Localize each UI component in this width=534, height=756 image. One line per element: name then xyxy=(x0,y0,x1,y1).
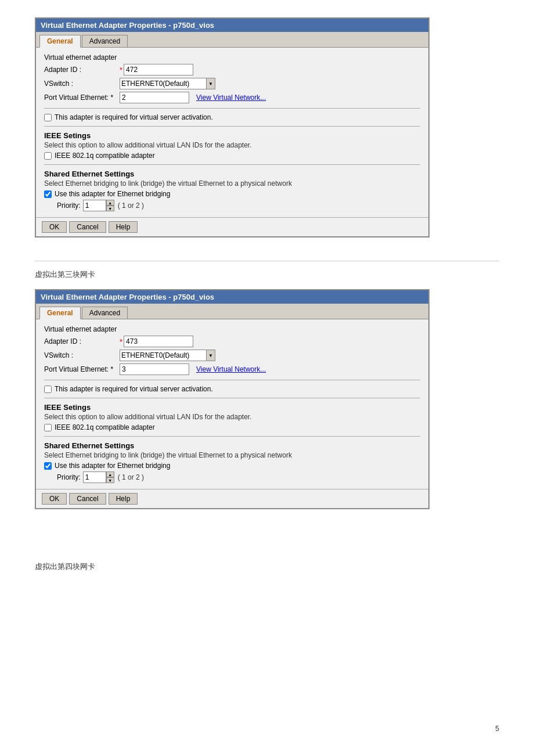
dialog-2-title: Virtual Ethernet Adapter Properties - p7… xyxy=(41,293,214,301)
ieee-section-title-1: IEEE Setings xyxy=(44,131,420,140)
port-label-1: Port Virtual Ethernet: * xyxy=(44,93,120,102)
tab-general-1[interactable]: General xyxy=(39,35,81,48)
vswitch-select-arrow-2[interactable]: ▼ xyxy=(206,350,215,361)
priority-note-2: ( 1 or 2 ) xyxy=(118,473,144,481)
vswitch-label-1: VSwitch : xyxy=(44,80,120,88)
ieee-checkbox-label-2: IEEE 802.1q compatible adapter xyxy=(55,423,155,431)
tab-general-2[interactable]: General xyxy=(39,307,81,319)
ieee-checkbox-1[interactable] xyxy=(44,152,52,160)
priority-input-1[interactable] xyxy=(83,200,106,211)
help-btn-2[interactable]: Help xyxy=(109,493,138,505)
cancel-btn-1[interactable]: Cancel xyxy=(69,221,106,233)
dialog-1-titlebar: Virtual Ethernet Adapter Properties - p7… xyxy=(36,19,428,32)
help-btn-1[interactable]: Help xyxy=(109,221,138,233)
page-number: 5 xyxy=(495,725,499,733)
priority-note-1: ( 1 or 2 ) xyxy=(118,201,144,210)
priority-down-btn-1[interactable]: ▼ xyxy=(106,206,114,211)
ieee-section-title-2: IEEE Setings xyxy=(44,403,420,412)
priority-input-2[interactable] xyxy=(83,471,106,483)
dialog-1: Virtual Ethernet Adapter Properties - p7… xyxy=(35,17,430,237)
adapter-id-input-2[interactable] xyxy=(124,336,193,347)
dialog-2-tabs: General Advanced xyxy=(36,304,428,319)
horizontal-rule xyxy=(35,261,499,261)
dialog-2: Virtual Ethernet Adapter Properties - p7… xyxy=(35,289,430,509)
shared-checkbox-label-1: Use this adapter for Ethernet bridging xyxy=(55,190,170,198)
ok-btn-2[interactable]: OK xyxy=(42,493,67,505)
dialog-2-content: Virtual ethernet adapter Adapter ID : * … xyxy=(36,319,428,489)
priority-up-btn-2[interactable]: ▲ xyxy=(106,471,114,477)
priority-label-2: Priority: xyxy=(57,473,81,481)
shared-checkbox-2[interactable] xyxy=(44,462,52,470)
server-activation-label-1: This adapter is required for virtual ser… xyxy=(55,113,213,121)
priority-down-btn-2[interactable]: ▼ xyxy=(106,477,114,483)
shared-section-desc-2: Select Ethernet bridging to link (bridge… xyxy=(44,451,420,459)
vswitch-label-2: VSwitch : xyxy=(44,351,120,359)
required-star-1: * xyxy=(120,66,122,74)
priority-up-btn-1[interactable]: ▲ xyxy=(106,200,114,206)
adapter-id-input-1[interactable] xyxy=(124,64,193,75)
virtual-adapter-label-1: Virtual ethernet adapter xyxy=(44,53,420,62)
vswitch-select-1[interactable]: ETHERNET0(Default) xyxy=(120,78,207,89)
virtual-adapter-label-2: Virtual ethernet adapter xyxy=(44,325,420,333)
dialog-1-title: Virtual Ethernet Adapter Properties - p7… xyxy=(41,21,214,30)
ieee-section-desc-1: Select this option to allow additional v… xyxy=(44,141,420,149)
section-label-1: 虚拟出第三块网卡 xyxy=(35,269,499,280)
cancel-btn-2[interactable]: Cancel xyxy=(69,493,106,505)
ieee-checkbox-2[interactable] xyxy=(44,424,52,431)
shared-checkbox-1[interactable] xyxy=(44,190,52,198)
dialog-1-content: Virtual ethernet adapter Adapter ID : * … xyxy=(36,48,428,217)
shared-section-title-1: Shared Ethernet Settings xyxy=(44,170,420,178)
tab-advanced-1[interactable]: Advanced xyxy=(82,35,128,47)
tab-advanced-2[interactable]: Advanced xyxy=(82,307,128,319)
vswitch-select-arrow-1[interactable]: ▼ xyxy=(206,78,215,89)
adapter-id-label-2: Adapter ID : xyxy=(44,337,120,345)
adapter-id-label-1: Adapter ID : xyxy=(44,66,120,74)
ok-btn-1[interactable]: OK xyxy=(42,221,67,233)
priority-label-1: Priority: xyxy=(57,201,81,210)
view-network-btn-1[interactable]: View Virtual Network... xyxy=(196,93,266,102)
dialog-2-footer: OK Cancel Help xyxy=(36,489,428,508)
ieee-checkbox-label-1: IEEE 802.1q compatible adapter xyxy=(55,152,155,160)
server-activation-checkbox-2[interactable] xyxy=(44,386,52,393)
port-input-2[interactable] xyxy=(120,363,189,375)
vswitch-select-2[interactable]: ETHERNET0(Default) xyxy=(120,350,207,361)
server-activation-label-2: This adapter is required for virtual ser… xyxy=(55,385,213,393)
required-star-2: * xyxy=(120,337,122,346)
dialog-2-titlebar: Virtual Ethernet Adapter Properties - p7… xyxy=(36,290,428,304)
ieee-section-desc-2: Select this option to allow additional v… xyxy=(44,413,420,421)
port-label-2: Port Virtual Ethernet: * xyxy=(44,365,120,373)
port-input-1[interactable] xyxy=(120,92,189,103)
view-network-btn-2[interactable]: View Virtual Network... xyxy=(196,365,266,373)
shared-section-desc-1: Select Ethernet bridging to link (bridge… xyxy=(44,179,420,188)
dialog-1-footer: OK Cancel Help xyxy=(36,217,428,236)
server-activation-checkbox-1[interactable] xyxy=(44,114,52,121)
shared-checkbox-label-2: Use this adapter for Ethernet bridging xyxy=(55,462,170,470)
shared-section-title-2: Shared Ethernet Settings xyxy=(44,441,420,450)
dialog-1-tabs: General Advanced xyxy=(36,32,428,48)
section-label-2: 虚拟出第四块网卡 xyxy=(35,561,499,572)
